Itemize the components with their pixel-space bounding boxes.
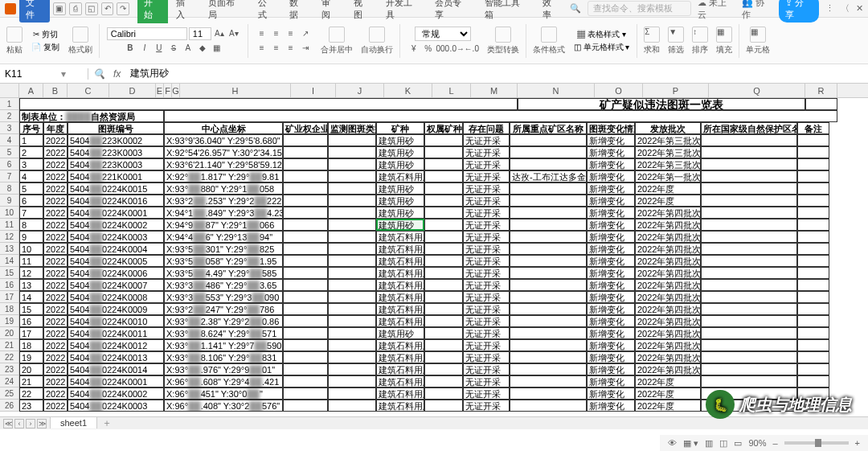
prev-sheet-icon[interactable]: ‹: [14, 419, 24, 428]
cell[interactable]: 2022年第四批次: [635, 267, 701, 279]
cell[interactable]: 2022年第四批次: [635, 219, 701, 231]
filter-button[interactable]: ▼筛选: [666, 25, 686, 57]
cell[interactable]: [424, 291, 463, 303]
save-icon[interactable]: ▣: [53, 2, 66, 15]
cell[interactable]: 新增变化: [587, 279, 635, 291]
cell[interactable]: [283, 231, 328, 243]
cell[interactable]: 2022: [43, 363, 68, 375]
col-header-D[interactable]: D: [109, 84, 156, 97]
row-header[interactable]: 15: [0, 267, 19, 279]
cell[interactable]: [424, 327, 463, 339]
cell[interactable]: 序号: [19, 122, 43, 134]
cell[interactable]: [424, 182, 463, 195]
cell[interactable]: [510, 400, 587, 412]
row-header[interactable]: 23: [0, 363, 19, 375]
align-bottom-icon[interactable]: ≡: [285, 27, 297, 40]
cell[interactable]: [283, 363, 328, 375]
cell[interactable]: 5404██0224K0006: [68, 267, 164, 279]
row-header[interactable]: 7: [0, 170, 19, 182]
cell[interactable]: [283, 387, 328, 400]
row-header[interactable]: 11: [0, 219, 19, 231]
underline-button[interactable]: U: [153, 42, 166, 55]
col-header-Q[interactable]: Q: [709, 84, 805, 97]
share-button[interactable]: ⇪ 分享: [779, 0, 819, 23]
cell[interactable]: [164, 110, 837, 122]
row-header[interactable]: 8: [0, 182, 19, 195]
cell[interactable]: 5404██0224K0009: [68, 303, 164, 315]
view-page-icon[interactable]: ◫: [719, 438, 727, 449]
cell[interactable]: [328, 158, 376, 170]
align-center-icon[interactable]: ≡: [270, 42, 283, 55]
cloud-status[interactable]: ☁ 未上云: [698, 0, 735, 21]
cell[interactable]: 新增变化: [587, 170, 635, 182]
cell[interactable]: 2022年第四批次: [635, 327, 701, 339]
cell[interactable]: [797, 363, 829, 375]
cell[interactable]: [797, 279, 829, 291]
cell[interactable]: [510, 267, 587, 279]
col-header-R[interactable]: R: [805, 84, 837, 97]
cell[interactable]: [701, 255, 797, 267]
copy-button[interactable]: 📄 复制: [31, 42, 59, 53]
cell[interactable]: [797, 195, 829, 207]
cell[interactable]: 10: [19, 243, 43, 255]
cell[interactable]: X:93°5██058" Y:29°██1.95: [164, 255, 283, 267]
cell[interactable]: [701, 339, 797, 351]
zoom-out-button[interactable]: –: [772, 438, 777, 448]
cell[interactable]: [797, 315, 829, 327]
cell[interactable]: X:93°6'21.140" Y:29°58'59.123": [164, 158, 283, 170]
cell[interactable]: 2: [19, 146, 43, 158]
wrap-text-button[interactable]: 自动换行: [359, 25, 395, 57]
cell[interactable]: 5404██0224K0015: [68, 182, 164, 195]
cell[interactable]: X:93°██.976" Y:29°9██01": [164, 363, 283, 375]
col-header-C[interactable]: C: [68, 84, 109, 97]
print-icon[interactable]: ⎙: [69, 2, 82, 15]
cell[interactable]: [328, 219, 376, 231]
cell[interactable]: [797, 207, 829, 219]
row-header[interactable]: 20: [0, 327, 19, 339]
cell[interactable]: 建筑石料用灰岩: [376, 170, 424, 182]
cell[interactable]: [328, 255, 376, 267]
cell[interactable]: 5404██0224K0014: [68, 363, 164, 375]
ribbon-tab-10[interactable]: 效率: [536, 0, 567, 23]
cell[interactable]: 新增变化: [587, 327, 635, 339]
cell[interactable]: 21: [19, 375, 43, 387]
cell[interactable]: [19, 98, 518, 110]
cell[interactable]: X:92°54'26.957" Y:30°2'34.153": [164, 146, 283, 158]
row-header[interactable]: 16: [0, 279, 19, 291]
cell[interactable]: 新增变化: [587, 219, 635, 231]
cell[interactable]: [701, 195, 797, 207]
cell[interactable]: 2022: [43, 339, 68, 351]
cell[interactable]: 2022年第四批次: [635, 291, 701, 303]
cell[interactable]: 5404██0224K0012: [68, 339, 164, 351]
sum-button[interactable]: Σ求和: [642, 25, 661, 57]
cell[interactable]: 新增变化: [587, 387, 635, 400]
row-header[interactable]: 13: [0, 243, 19, 255]
cell[interactable]: X:93°3██486" Y:29°██3.65: [164, 279, 283, 291]
cell[interactable]: [424, 303, 463, 315]
cell[interactable]: [424, 243, 463, 255]
cell[interactable]: 11: [19, 255, 43, 267]
cell[interactable]: [283, 182, 328, 195]
cell[interactable]: 建筑石料用灰岩: [376, 291, 424, 303]
cell[interactable]: 2022年度: [635, 182, 701, 195]
cell[interactable]: [424, 231, 463, 243]
cell[interactable]: 新增变化: [587, 339, 635, 351]
col-header-P[interactable]: P: [643, 84, 709, 97]
ribbon-tab-7[interactable]: 开发工具: [379, 0, 428, 23]
cell[interactable]: X:93°██2.38" Y:29°2██0.86: [164, 315, 283, 327]
cell[interactable]: 建筑石料用灰岩: [376, 267, 424, 279]
first-sheet-icon[interactable]: ≪: [3, 419, 13, 428]
cell[interactable]: 2022年第三批次: [635, 134, 701, 146]
ribbon-tab-9[interactable]: 智能工具箱: [478, 0, 534, 23]
cell[interactable]: 5404██223K0002: [68, 134, 164, 146]
cell[interactable]: [424, 363, 463, 375]
cell[interactable]: 无证开采: [463, 291, 510, 303]
cell[interactable]: [424, 351, 463, 363]
cell[interactable]: [797, 182, 829, 195]
cell[interactable]: 2022年第四批次: [635, 339, 701, 351]
cell[interactable]: 5404██0224K0004: [68, 243, 164, 255]
cell[interactable]: 新增变化: [587, 255, 635, 267]
cell[interactable]: 权属矿种: [424, 122, 463, 134]
cell[interactable]: 无证开采: [463, 243, 510, 255]
cell[interactable]: 5404██221K0001: [68, 170, 164, 182]
